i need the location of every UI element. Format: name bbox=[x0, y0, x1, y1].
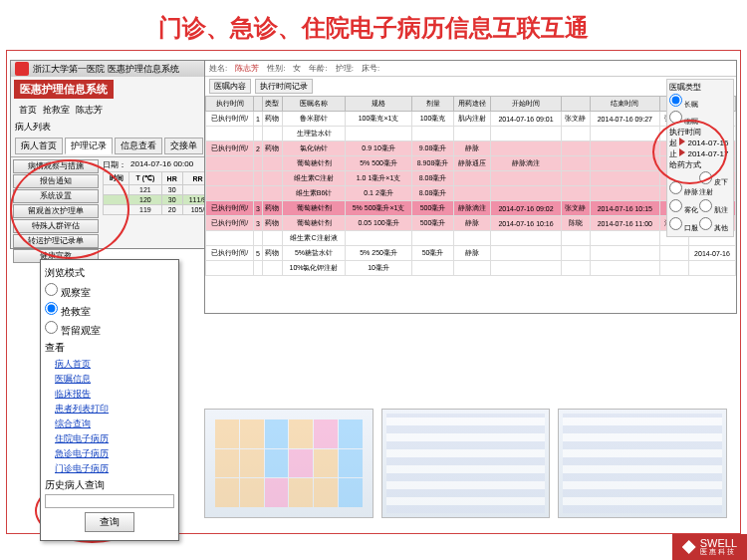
system-name-banner: 医惠护理信息系统 bbox=[14, 80, 114, 99]
tab-order-content[interactable]: 医嘱内容 bbox=[209, 79, 251, 94]
opt-temp[interactable]: 临嘱 bbox=[669, 117, 698, 126]
orders-column-header: 开始时间 bbox=[491, 97, 561, 112]
route-option[interactable]: 皮下注射 bbox=[699, 170, 729, 198]
btn-observation[interactable]: 病情观察与措施 bbox=[13, 159, 99, 173]
tab-patient-home[interactable]: 病人首页 bbox=[15, 138, 63, 154]
history-label: 历史病人查询 bbox=[45, 478, 174, 492]
footer-brand: SWELL 医惠科技 bbox=[672, 534, 747, 560]
col-time: 时间 bbox=[104, 172, 129, 185]
orders-column-header: 类型 bbox=[262, 97, 283, 112]
thumbnail-3 bbox=[558, 409, 727, 518]
orders-column-header: 执行时间 bbox=[206, 97, 254, 112]
orders-column-header: 剂量 bbox=[412, 97, 454, 112]
btn-special-assessment[interactable]: 特殊人群评估 bbox=[13, 219, 99, 233]
order-row[interactable]: 已执行时间/3药物葡萄糖针剂0.05 100毫升500毫升静脉2014-07-1… bbox=[206, 216, 736, 231]
patient-info-header: 姓名:陈志芳 性别:女 年龄: 护理: 床号: bbox=[205, 61, 736, 77]
browse-mode-popup: 浏览模式 观察室 抢救室 暂留观室 查看 病人首页 医嘱信息 临床报告 患者列表… bbox=[40, 259, 179, 541]
orders-column-header bbox=[561, 97, 590, 112]
from-date[interactable]: 2014-07-16 bbox=[687, 139, 728, 147]
window-breadcrumb: 浙江大学第一医院 医惠护理信息系统 bbox=[33, 63, 179, 76]
view-title: 查看 bbox=[45, 341, 174, 355]
orders-column-header: 医嘱名称 bbox=[283, 97, 346, 112]
link-clinical-report[interactable]: 临床报告 bbox=[45, 387, 174, 402]
tab-exec-time-record[interactable]: 执行时间记录 bbox=[255, 79, 313, 94]
link-emergency-emr[interactable]: 急诊电子病历 bbox=[45, 446, 174, 461]
order-row[interactable]: 已执行时间/5药物5%糖盐水针5% 250毫升50毫升静脉2014-07-16 bbox=[206, 246, 736, 261]
screenshot-thumbnails bbox=[204, 409, 727, 518]
order-row[interactable]: 维生素C注射1.0 1毫升×1支8.08毫升 bbox=[206, 171, 736, 186]
route-option[interactable]: 静脉 bbox=[669, 180, 699, 198]
orders-window: 姓名:陈志芳 性别:女 年龄: 护理: 床号: 医嘱内容 执行时间记录 执行时间… bbox=[204, 60, 737, 314]
route-option[interactable]: 口服 bbox=[669, 216, 699, 234]
history-search-input[interactable] bbox=[45, 494, 174, 508]
query-button[interactable]: 查询 bbox=[85, 512, 134, 532]
order-row[interactable]: 生理盐水针 bbox=[206, 127, 736, 141]
order-row[interactable]: 葡萄糖针剂5% 500毫升8.908毫升静脉通压静脉滴注 bbox=[206, 156, 736, 171]
order-row[interactable]: 已执行时间/3药物葡萄糖针剂5% 500毫升×1支500毫升静脉滴注2014-0… bbox=[206, 201, 736, 216]
order-row[interactable]: 维生素C注射液 bbox=[206, 231, 736, 246]
order-row[interactable]: 已执行时间/1药物鲁米那针100毫克×1支100毫克肌内注射2014-07-16… bbox=[206, 112, 736, 127]
function-button-stack: 病情观察与措施 报告通知 系统设置 留观首次护理单 特殊人群评估 转运护理记录单… bbox=[11, 157, 101, 266]
link-comprehensive-query[interactable]: 综合查询 bbox=[45, 417, 174, 431]
to-date[interactable]: 2014-07-17 bbox=[687, 149, 728, 158]
exec-time-label: 执行时间 bbox=[669, 127, 731, 138]
orders-column-header bbox=[254, 97, 262, 112]
route-option[interactable]: 肌注 bbox=[699, 198, 729, 216]
link-outpatient-emr[interactable]: 门诊电子病历 bbox=[45, 461, 174, 476]
order-row[interactable]: 10%氯化钾注射10毫升 bbox=[206, 261, 736, 276]
toolbar-patient[interactable]: 陈志芳 bbox=[76, 104, 103, 117]
arrow-icon bbox=[679, 138, 685, 145]
slide-title: 门诊、急诊、住院电子病历信息互联互通 bbox=[0, 0, 747, 56]
toolbar-home[interactable]: 首页 bbox=[19, 104, 37, 117]
link-patient-list-print[interactable]: 患者列表打印 bbox=[45, 402, 174, 417]
link-inpatient-emr[interactable]: 住院电子病历 bbox=[45, 431, 174, 446]
order-type-label: 医嘱类型 bbox=[669, 82, 731, 93]
order-row[interactable]: 已执行时间/2药物氯化钠针0.9 10毫升9.08毫升静脉2014-07-16 bbox=[206, 141, 736, 156]
admin-route-label: 给药方式 bbox=[669, 159, 731, 170]
order-row[interactable]: 维生素B6针0.1 2毫升8.08毫升 bbox=[206, 186, 736, 201]
mode-temp-observation[interactable]: 暂留观室 bbox=[45, 320, 174, 339]
mode-observation[interactable]: 观察室 bbox=[45, 282, 174, 301]
link-order-info[interactable]: 医嘱信息 bbox=[45, 372, 174, 387]
arrow-icon bbox=[679, 148, 685, 156]
filter-panel: 医嘱类型 长嘱 临嘱 执行时间 起 2014-07-16 止 2014-07-1… bbox=[666, 79, 734, 237]
orders-column-header: 规格 bbox=[345, 97, 411, 112]
date-value[interactable]: 2014-07-16 00:00 bbox=[130, 159, 193, 170]
col-hr: HR bbox=[161, 172, 182, 185]
toolbar-rescue[interactable]: 抢救室 bbox=[43, 104, 70, 117]
route-option[interactable]: 其他 bbox=[699, 216, 729, 234]
orders-column-header: 结束时间 bbox=[590, 97, 659, 112]
tab-nursing-record[interactable]: 护理记录 bbox=[65, 138, 113, 154]
mode-rescue[interactable]: 抢救室 bbox=[45, 301, 174, 320]
btn-report-notify[interactable]: 报告通知 bbox=[13, 174, 99, 188]
thumbnail-2 bbox=[381, 409, 551, 518]
route-option[interactable]: 雾化 bbox=[669, 198, 699, 216]
brand-logo-icon bbox=[682, 540, 696, 554]
medication-orders-table: 执行时间类型医嘱名称规格剂量用药途径开始时间结束时间执行时间 已执行时间/1药物… bbox=[205, 96, 736, 276]
browse-mode-title: 浏览模式 bbox=[45, 266, 174, 280]
opt-long-term[interactable]: 长嘱 bbox=[669, 93, 731, 111]
app-logo-icon bbox=[15, 62, 29, 76]
tab-info-view[interactable]: 信息查看 bbox=[115, 138, 162, 154]
tab-handover[interactable]: 交接单 bbox=[164, 138, 203, 154]
thumbnail-1 bbox=[204, 409, 374, 518]
col-temp: T (℃) bbox=[129, 172, 162, 185]
btn-transport-record[interactable]: 转运护理记录单 bbox=[13, 234, 99, 248]
btn-system-settings[interactable]: 系统设置 bbox=[13, 189, 99, 203]
link-patient-home[interactable]: 病人首页 bbox=[45, 357, 174, 372]
date-label: 日期： bbox=[103, 159, 126, 170]
btn-first-nursing-sheet[interactable]: 留观首次护理单 bbox=[13, 204, 99, 218]
orders-column-header: 用药途径 bbox=[453, 97, 490, 112]
